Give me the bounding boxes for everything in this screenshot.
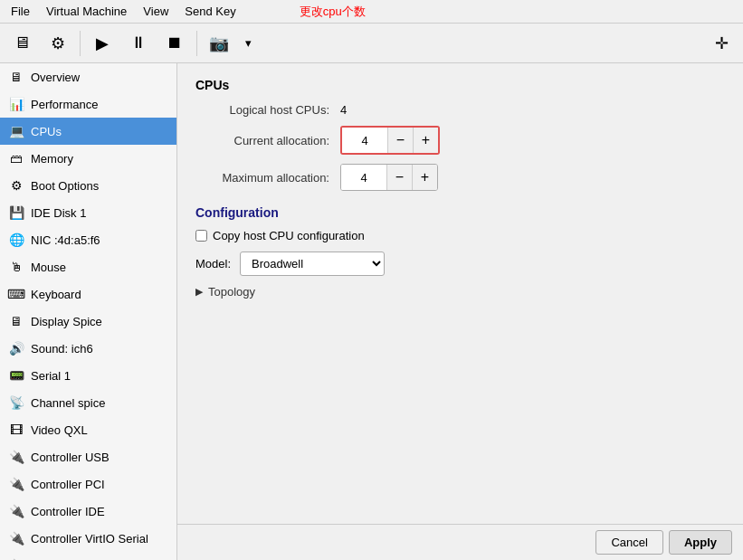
sidebar-item-keyboard[interactable]: ⌨ Keyboard [0, 280, 176, 308]
channel-icon: 📡 [7, 394, 25, 412]
annotation-text: 更改cpu个数 [300, 4, 366, 20]
menu-view[interactable]: View [136, 3, 176, 20]
sidebar-item-nic[interactable]: 🌐 NIC :4d:a5:f6 [0, 226, 176, 253]
topology-label: Topology [208, 285, 255, 299]
maximum-allocation-label: Maximum allocation: [195, 171, 340, 185]
current-allocation-label: Current allocation: [195, 134, 340, 147]
maximum-allocation-row: Maximum allocation: − + [195, 164, 725, 191]
toolbar-screenshot-btn[interactable]: 📷 [203, 28, 235, 59]
copy-host-cpu-row: Copy host CPU configuration [195, 229, 725, 242]
sidebar-label-ide-disk-1: IDE Disk 1 [31, 206, 86, 220]
sidebar-label-display-spice: Display Spice [31, 315, 102, 328]
sidebar-item-controller-virtio[interactable]: 🔌 Controller VirtIO Serial [0, 525, 176, 552]
mouse-icon: 🖱 [7, 258, 25, 276]
sidebar-item-ide-disk-1[interactable]: 💾 IDE Disk 1 [0, 199, 176, 226]
footer: Cancel Apply [177, 524, 743, 560]
toolbar-pause-btn[interactable]: ⏸ [122, 28, 155, 59]
model-select[interactable]: Broadwell Haswell SandyBridge Westmere P… [240, 252, 385, 276]
toolbar: 🖥 ⚙ ▶ ⏸ ⏹ 📷 ▾ ✛ [0, 24, 743, 63]
sidebar-item-channel-spice[interactable]: 📡 Channel spice [0, 389, 176, 416]
sidebar-label-mouse: Mouse [31, 261, 66, 274]
sidebar-label-overview: Overview [31, 71, 80, 84]
usb-redirector-icon: 🔌 [7, 556, 25, 560]
sidebar-item-performance[interactable]: 📊 Performance [0, 90, 176, 118]
keyboard-icon: ⌨ [7, 285, 25, 303]
toolbar-stop-btn[interactable]: ⏹ [158, 28, 191, 59]
sidebar-item-mouse[interactable]: 🖱 Mouse [0, 253, 176, 280]
toolbar-separator-1 [80, 31, 81, 56]
toolbar-dropdown-btn[interactable]: ▾ [239, 28, 257, 59]
cpus-icon: 💻 [7, 122, 25, 140]
current-allocation-increment[interactable]: + [413, 128, 438, 153]
video-qxl-icon: 🎞 [7, 421, 25, 439]
sidebar: 🖥 Overview 📊 Performance 💻 CPUs 🗃 Memory… [0, 63, 177, 560]
model-row: Model: Broadwell Haswell SandyBridge Wes… [195, 252, 725, 276]
sidebar-label-memory: Memory [31, 152, 73, 166]
sidebar-label-performance: Performance [31, 98, 98, 111]
logical-host-label: Logical host CPUs: [195, 103, 340, 117]
sidebar-label-cpus: CPUs [31, 125, 62, 138]
memory-icon: 🗃 [7, 149, 25, 167]
maximum-allocation-increment[interactable]: + [412, 165, 437, 190]
controller-usb-icon: 🔌 [7, 448, 25, 466]
display-spice-icon: 🖥 [7, 312, 25, 330]
current-allocation-input[interactable] [342, 128, 387, 153]
configuration-title: Configuration [195, 205, 725, 220]
sidebar-item-controller-usb[interactable]: 🔌 Controller USB [0, 443, 176, 470]
menu-send-key[interactable]: Send Key [177, 3, 243, 20]
sidebar-item-serial-1[interactable]: 📟 Serial 1 [0, 362, 176, 389]
maximum-allocation-input[interactable] [341, 165, 386, 190]
copy-host-cpu-checkbox[interactable] [195, 230, 207, 242]
toolbar-settings-btn[interactable]: ⚙ [42, 28, 74, 59]
topology-row[interactable]: ▶ Topology [195, 285, 725, 299]
sidebar-item-usb-redirector-1[interactable]: 🔌 USB Redirector 1 [0, 552, 176, 560]
sidebar-item-controller-pci[interactable]: 🔌 Controller PCI [0, 470, 176, 498]
controller-virtio-icon: 🔌 [7, 529, 25, 547]
nic-icon: 🌐 [7, 231, 25, 249]
current-allocation-row: Current allocation: − + [195, 126, 725, 155]
topology-arrow-icon: ▶ [195, 286, 203, 298]
serial-icon: 📟 [7, 366, 25, 384]
toolbar-overview-btn[interactable]: 🖥 [5, 28, 38, 59]
overview-icon: 🖥 [7, 68, 25, 86]
sidebar-item-controller-ide[interactable]: 🔌 Controller IDE [0, 498, 176, 525]
sidebar-item-overview[interactable]: 🖥 Overview [0, 63, 176, 90]
sidebar-label-controller-virtio: Controller VirtIO Serial [31, 532, 148, 546]
sidebar-item-cpus[interactable]: 💻 CPUs [0, 118, 176, 145]
sidebar-item-display-spice[interactable]: 🖥 Display Spice [0, 308, 176, 335]
sidebar-label-serial-1: Serial 1 [31, 369, 71, 383]
current-allocation-decrement[interactable]: − [387, 128, 413, 153]
maximum-allocation-decrement[interactable]: − [386, 165, 412, 190]
sidebar-label-controller-ide: Controller IDE [31, 505, 105, 518]
sidebar-item-memory[interactable]: 🗃 Memory [0, 145, 176, 172]
logical-host-value: 4 [340, 103, 347, 117]
toolbar-move-btn[interactable]: ✛ [705, 28, 738, 59]
ide-disk-icon: 💾 [7, 204, 25, 222]
copy-host-cpu-label: Copy host CPU configuration [213, 229, 365, 242]
menu-virtual-machine[interactable]: Virtual Machine [39, 3, 134, 20]
apply-button[interactable]: Apply [669, 530, 732, 555]
controller-pci-icon: 🔌 [7, 475, 25, 493]
menu-file[interactable]: File [4, 3, 37, 20]
cpus-section-title: CPUs [195, 78, 725, 92]
sidebar-label-nic: NIC :4d:a5:f6 [31, 233, 100, 247]
model-label: Model: [195, 257, 231, 271]
current-allocation-spinner: − + [340, 126, 440, 155]
toolbar-separator-2 [196, 31, 197, 56]
sidebar-label-controller-pci: Controller PCI [31, 478, 105, 491]
sidebar-item-video-qxl[interactable]: 🎞 Video QXL [0, 416, 176, 443]
performance-icon: 📊 [7, 95, 25, 113]
sidebar-item-sound-ich6[interactable]: 🔊 Sound: ich6 [0, 335, 176, 362]
content-area: CPUs Logical host CPUs: 4 Current alloca… [177, 63, 743, 524]
main-area: 🖥 Overview 📊 Performance 💻 CPUs 🗃 Memory… [0, 63, 743, 560]
sidebar-item-boot-options[interactable]: ⚙ Boot Options [0, 172, 176, 199]
menubar: File Virtual Machine View Send Key 更改cpu… [0, 0, 743, 24]
toolbar-run-btn[interactable]: ▶ [86, 28, 119, 59]
maximum-allocation-spinner: − + [340, 164, 438, 191]
sidebar-label-boot-options: Boot Options [31, 179, 99, 193]
sidebar-label-video-qxl: Video QXL [31, 423, 88, 437]
logical-host-cpus-row: Logical host CPUs: 4 [195, 103, 725, 117]
cancel-button[interactable]: Cancel [595, 530, 662, 555]
sidebar-label-channel-spice: Channel spice [31, 396, 105, 410]
boot-icon: ⚙ [7, 176, 25, 195]
